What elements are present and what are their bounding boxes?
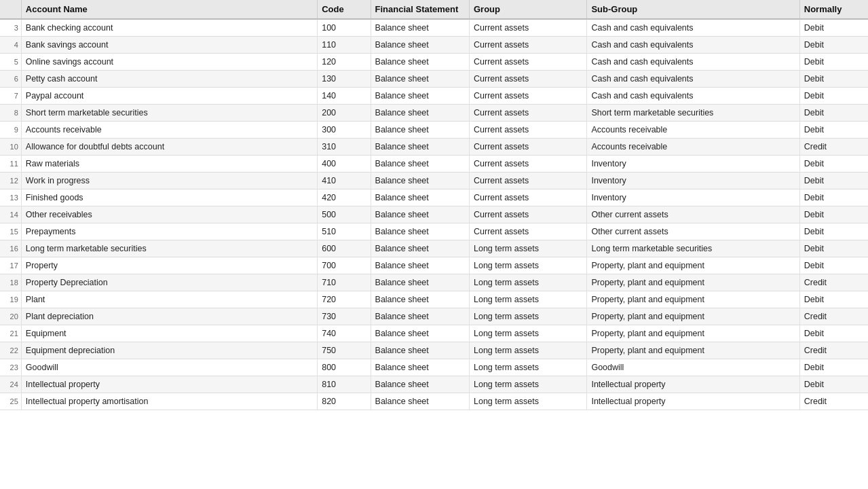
cell-row-num: 11 bbox=[0, 156, 21, 173]
table-row[interactable]: 12Work in progress410Balance sheetCurren… bbox=[0, 173, 868, 189]
cell-normally: Debit bbox=[799, 156, 868, 173]
cell-group: Current assets bbox=[470, 122, 587, 139]
cell-code: 740 bbox=[318, 325, 371, 342]
cell-subgroup: Long term marketable securities bbox=[587, 240, 799, 257]
cell-fs: Balance sheet bbox=[371, 189, 469, 206]
table-row[interactable]: 24Intellectual property810Balance sheetL… bbox=[0, 376, 868, 393]
table-row[interactable]: 23Goodwill800Balance sheetLong term asse… bbox=[0, 359, 868, 376]
cell-row-num: 10 bbox=[0, 139, 21, 156]
table-row[interactable]: 3Bank checking account100Balance sheetCu… bbox=[0, 19, 868, 37]
cell-code: 820 bbox=[318, 393, 371, 410]
table-row[interactable]: 4Bank savings account110Balance sheetCur… bbox=[0, 37, 868, 54]
cell-fs: Balance sheet bbox=[371, 206, 469, 223]
col-header-name[interactable]: Account Name bbox=[21, 0, 317, 19]
cell-name: Plant depreciation bbox=[21, 308, 317, 325]
table-row[interactable]: 11Raw materials400Balance sheetCurrent a… bbox=[0, 156, 868, 173]
cell-code: 710 bbox=[318, 274, 371, 291]
cell-normally: Debit bbox=[799, 206, 868, 223]
cell-row-num: 15 bbox=[0, 223, 21, 240]
cell-subgroup: Other current assets bbox=[587, 206, 799, 223]
cell-code: 810 bbox=[318, 376, 371, 393]
cell-subgroup: Property, plant and equipment bbox=[587, 291, 799, 308]
table-row[interactable]: 14Other receivables500Balance sheetCurre… bbox=[0, 206, 868, 223]
table-row[interactable]: 16Long term marketable securities600Bala… bbox=[0, 240, 868, 257]
cell-normally: Debit bbox=[799, 54, 868, 71]
cell-code: 510 bbox=[318, 223, 371, 240]
cell-normally: Debit bbox=[799, 88, 868, 105]
cell-group: Current assets bbox=[470, 71, 587, 88]
cell-subgroup: Accounts receivable bbox=[587, 139, 799, 156]
table-row[interactable]: 6Petty cash account130Balance sheetCurre… bbox=[0, 71, 868, 88]
table-row[interactable]: 9Accounts receivable300Balance sheetCurr… bbox=[0, 122, 868, 139]
table-row[interactable]: 8Short term marketable securities200Bala… bbox=[0, 105, 868, 122]
cell-subgroup: Inventory bbox=[587, 156, 799, 173]
cell-subgroup: Short term marketable securities bbox=[587, 105, 799, 122]
cell-fs: Balance sheet bbox=[371, 71, 469, 88]
cell-subgroup: Property, plant and equipment bbox=[587, 257, 799, 274]
cell-fs: Balance sheet bbox=[371, 308, 469, 325]
cell-subgroup: Property, plant and equipment bbox=[587, 342, 799, 359]
col-header-normally[interactable]: Normally bbox=[799, 0, 868, 19]
cell-code: 130 bbox=[318, 71, 371, 88]
cell-code: 110 bbox=[318, 37, 371, 54]
table-row[interactable]: 15Prepayments510Balance sheetCurrent ass… bbox=[0, 223, 868, 240]
cell-subgroup: Intellectual property bbox=[587, 393, 799, 410]
col-header-fs[interactable]: Financial Statement bbox=[371, 0, 469, 19]
table-row[interactable]: 19Plant720Balance sheetLong term assetsP… bbox=[0, 291, 868, 308]
table-row[interactable]: 25Intellectual property amortisation820B… bbox=[0, 393, 868, 410]
cell-fs: Balance sheet bbox=[371, 105, 469, 122]
cell-row-num: 18 bbox=[0, 274, 21, 291]
cell-group: Long term assets bbox=[470, 359, 587, 376]
cell-row-num: 24 bbox=[0, 376, 21, 393]
cell-name: Long term marketable securities bbox=[21, 240, 317, 257]
cell-name: Allowance for doubtful debts account bbox=[21, 139, 317, 156]
cell-normally: Credit bbox=[799, 308, 868, 325]
table-row[interactable]: 17Property700Balance sheetLong term asse… bbox=[0, 257, 868, 274]
cell-fs: Balance sheet bbox=[371, 291, 469, 308]
cell-subgroup: Cash and cash equivalents bbox=[587, 37, 799, 54]
col-header-group[interactable]: Group bbox=[470, 0, 587, 19]
cell-name: Finished goods bbox=[21, 189, 317, 206]
cell-code: 400 bbox=[318, 156, 371, 173]
table-row[interactable]: 22Equipment depreciation750Balance sheet… bbox=[0, 342, 868, 359]
cell-group: Current assets bbox=[470, 37, 587, 54]
table-row[interactable]: 10Allowance for doubtful debts account31… bbox=[0, 139, 868, 156]
table-row[interactable]: 5Online savings account120Balance sheetC… bbox=[0, 54, 868, 71]
cell-row-num: 3 bbox=[0, 19, 21, 37]
cell-row-num: 4 bbox=[0, 37, 21, 54]
cell-code: 500 bbox=[318, 206, 371, 223]
accounts-table-container: Account Name Code Financial Statement Gr… bbox=[0, 0, 868, 410]
cell-normally: Debit bbox=[799, 173, 868, 189]
table-row[interactable]: 20Plant depreciation730Balance sheetLong… bbox=[0, 308, 868, 325]
cell-group: Current assets bbox=[470, 156, 587, 173]
cell-row-num: 6 bbox=[0, 71, 21, 88]
accounts-table: Account Name Code Financial Statement Gr… bbox=[0, 0, 868, 410]
cell-fs: Balance sheet bbox=[371, 359, 469, 376]
cell-fs: Balance sheet bbox=[371, 240, 469, 257]
table-row[interactable]: 21Equipment740Balance sheetLong term ass… bbox=[0, 325, 868, 342]
cell-code: 600 bbox=[318, 240, 371, 257]
cell-group: Long term assets bbox=[470, 376, 587, 393]
cell-fs: Balance sheet bbox=[371, 376, 469, 393]
cell-name: Bank checking account bbox=[21, 19, 317, 37]
table-row[interactable]: 18Property Depreciation710Balance sheetL… bbox=[0, 274, 868, 291]
cell-group: Long term assets bbox=[470, 274, 587, 291]
cell-code: 100 bbox=[318, 19, 371, 37]
cell-fs: Balance sheet bbox=[371, 393, 469, 410]
table-row[interactable]: 7Paypal account140Balance sheetCurrent a… bbox=[0, 88, 868, 105]
cell-row-num: 21 bbox=[0, 325, 21, 342]
col-header-code[interactable]: Code bbox=[318, 0, 371, 19]
cell-row-num: 25 bbox=[0, 393, 21, 410]
cell-fs: Balance sheet bbox=[371, 19, 469, 37]
cell-fs: Balance sheet bbox=[371, 88, 469, 105]
cell-row-num: 14 bbox=[0, 206, 21, 223]
table-row[interactable]: 13Finished goods420Balance sheetCurrent … bbox=[0, 189, 868, 206]
cell-code: 750 bbox=[318, 342, 371, 359]
cell-normally: Credit bbox=[799, 139, 868, 156]
col-header-subgroup[interactable]: Sub-Group bbox=[587, 0, 799, 19]
cell-subgroup: Other current assets bbox=[587, 223, 799, 240]
cell-row-num: 23 bbox=[0, 359, 21, 376]
cell-code: 310 bbox=[318, 139, 371, 156]
cell-subgroup: Inventory bbox=[587, 189, 799, 206]
cell-name: Equipment bbox=[21, 325, 317, 342]
